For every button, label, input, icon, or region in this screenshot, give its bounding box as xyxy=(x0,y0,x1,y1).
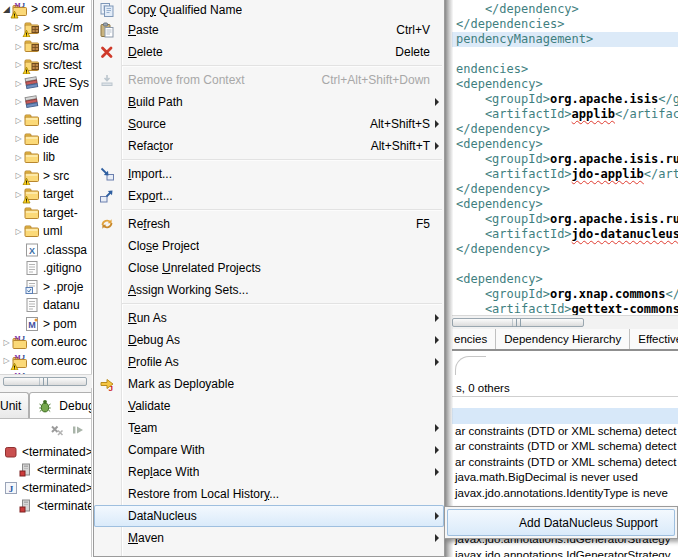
tree-item[interactable]: ▷Maven xyxy=(0,93,91,112)
editor-line: <dependency> xyxy=(452,272,678,287)
maven-project-icon: MJ xyxy=(12,334,28,350)
library-icon xyxy=(24,94,40,110)
expand-arrow-icon[interactable]: ▷ xyxy=(13,79,24,88)
submenu-arrow-icon xyxy=(435,98,439,106)
scrollbar-thumb[interactable] xyxy=(452,318,584,327)
menu-item-mark-as-deployable[interactable]: JMark as Deployable xyxy=(94,373,444,395)
problem-row[interactable]: java.math.BigDecimal is never used xyxy=(452,470,678,486)
tree-item[interactable]: X.classpa xyxy=(0,241,91,260)
debug-tree-item[interactable]: J<terminated> xyxy=(0,479,91,497)
tree-item[interactable]: datanu xyxy=(0,296,91,315)
menu-item-debug-as[interactable]: Debug As xyxy=(94,329,444,351)
menu-item-remove-from-context[interactable]: Remove from ContextCtrl+Alt+Shift+Down xyxy=(94,69,444,91)
menu-item-build-path[interactable]: Build Path xyxy=(94,91,444,113)
tree-item[interactable]: ▷src/ma xyxy=(0,37,91,56)
menu-item-label: Replace With xyxy=(128,465,199,479)
submenu-arrow-icon xyxy=(435,314,439,322)
tree-item[interactable]: M> pom xyxy=(0,315,91,334)
debug-launch-tree[interactable]: <terminated><terminateJ<terminated><term… xyxy=(0,443,91,515)
expand-arrow-icon[interactable]: ▷ xyxy=(13,227,24,236)
pom-editor-tab[interactable]: encies xyxy=(452,329,496,349)
view-tab-unit[interactable]: Unit xyxy=(0,392,29,418)
tree-item[interactable]: ▷.setting xyxy=(0,111,91,130)
problem-row[interactable]: javax.jdo.annotations.IdGeneratorStrateg… xyxy=(452,548,678,557)
problem-row[interactable]: ar constraints (DTD or XML schema) detec… xyxy=(452,424,678,440)
menu-item-datanucleus[interactable]: DataNucleus xyxy=(94,505,444,527)
menu-item-close-unrelated-projects[interactable]: Close Unrelated Projects xyxy=(94,257,444,279)
tree-item[interactable]: ▷uml xyxy=(0,222,91,241)
menu-item-import[interactable]: Import... xyxy=(94,163,444,185)
debug-tree-item[interactable]: <terminated> xyxy=(0,443,91,461)
tree-item[interactable]: ▷MJcom.euroc xyxy=(0,352,91,371)
folder-icon xyxy=(24,223,40,239)
source-folder-icon xyxy=(24,20,40,36)
tree-item[interactable]: target- xyxy=(0,204,91,223)
editor-hscrollbar[interactable] xyxy=(452,315,678,329)
menu-item-refactor[interactable]: RefactorAlt+Shift+T xyxy=(94,135,444,157)
debug-tree-item[interactable]: <terminate xyxy=(0,461,91,479)
menu-item-restore-from-local-history[interactable]: Restore from Local History... xyxy=(94,483,444,505)
menu-item-label: Refactor xyxy=(128,139,173,153)
menu-item-maven[interactable]: Maven xyxy=(94,527,444,549)
menu-item-compare-with[interactable]: Compare With xyxy=(94,439,444,461)
editor-line: </dependency> xyxy=(452,122,678,137)
remove-terminated-icon[interactable] xyxy=(49,422,65,438)
menu-item-label: Maven xyxy=(128,531,164,545)
menu-item-run-as[interactable]: Run As xyxy=(94,307,444,329)
debug-view: UnitDebug <terminated><terminateJ<termin… xyxy=(0,388,92,557)
tree-item[interactable]: ▷target xyxy=(0,185,91,204)
editor-line: <dependency> xyxy=(452,77,678,92)
tree-item[interactable]: ▷MJcom.euroc xyxy=(0,333,91,352)
resume-icon[interactable] xyxy=(70,422,86,438)
java-vm-icon: J xyxy=(3,480,19,496)
menu-item-copy-qualified-name[interactable]: Copy Qualified Name xyxy=(94,0,444,19)
menu-item-paste[interactable]: PasteCtrl+V xyxy=(94,19,444,41)
xml-tag-text: <dependency> xyxy=(456,272,543,286)
menu-item-profile-as[interactable]: Profile As xyxy=(94,351,444,373)
menu-item-delete[interactable]: DeleteDelete xyxy=(94,41,444,63)
problem-row[interactable]: ar constraints (DTD or XML schema) detec… xyxy=(452,455,678,471)
expand-arrow-icon[interactable]: ▷ xyxy=(13,116,24,125)
tree-item[interactable]: ▷> src/m xyxy=(0,19,91,38)
expand-arrow-icon[interactable]: ▷ xyxy=(13,134,24,143)
problem-row[interactable]: ar constraints (DTD or XML schema) detec… xyxy=(452,439,678,455)
tree-item[interactable]: ◢MJ> com.eur xyxy=(0,0,91,19)
expand-arrow-icon[interactable]: ▷ xyxy=(1,338,12,347)
menu-item-team[interactable]: Team xyxy=(94,417,444,439)
tree-item[interactable]: ▷JRE Sys xyxy=(0,74,91,93)
tree-item-label: uml xyxy=(43,224,62,238)
expand-arrow-icon[interactable]: ▷ xyxy=(13,153,24,162)
menu-item-replace-with[interactable]: Replace With xyxy=(94,461,444,483)
pom-editor-tab[interactable]: Dependency Hierarchy xyxy=(496,329,630,349)
menu-item-close-project[interactable]: Close Project xyxy=(94,235,444,257)
editor-line: <groupId>org.apache.isis.run xyxy=(452,212,678,227)
tree-item[interactable]: ▷ide xyxy=(0,130,91,149)
menu-item-shortcut: Delete xyxy=(395,45,430,59)
problem-row-selected[interactable] xyxy=(452,408,678,424)
xml-editor[interactable]: </dependency></dependencies>pendencyMana… xyxy=(452,0,678,315)
expand-arrow-icon[interactable]: ▷ xyxy=(13,42,24,51)
view-tab-debug[interactable]: Debug xyxy=(29,392,92,418)
menu-item-validate[interactable]: Validate xyxy=(94,395,444,417)
package-explorer-hscrollbar[interactable] xyxy=(0,374,92,388)
editor-line: <groupId>org.xnap.commons</g xyxy=(452,287,678,302)
debug-tree-item[interactable]: <terminate xyxy=(0,497,91,515)
tree-item[interactable]: ▷> src xyxy=(0,167,91,186)
submenu-arrow-icon xyxy=(435,358,439,366)
tree-item[interactable]: .gitigno xyxy=(0,259,91,278)
tree-item-label: lib xyxy=(43,150,55,164)
menu-item-export[interactable]: Export... xyxy=(94,185,444,207)
tree-item[interactable]: ▷lib xyxy=(0,148,91,167)
editor-line: <artifactId>gettext-commons< xyxy=(452,302,678,315)
menu-item-assign-working-sets[interactable]: Assign Working Sets... xyxy=(94,279,444,301)
menu-item-refresh[interactable]: RefreshF5 xyxy=(94,213,444,235)
pom-editor-tab[interactable]: Effective P xyxy=(630,329,678,349)
expand-arrow-icon[interactable]: ▷ xyxy=(13,97,24,106)
package-explorer-tree[interactable]: ◢MJ> com.eur▷> src/m▷src/ma▷src/test▷JRE… xyxy=(0,0,92,374)
problem-row[interactable]: javax.jdo.annotations.IdentityType is ne… xyxy=(452,486,678,502)
scrollbar-thumb[interactable] xyxy=(3,377,87,386)
submenu-item-add-datanucleus-support[interactable]: Add DataNucleus Support xyxy=(447,509,675,536)
menu-item-source[interactable]: SourceAlt+Shift+S xyxy=(94,113,444,135)
tree-item[interactable]: ▷src/test xyxy=(0,56,91,75)
tree-item[interactable]: > .proje xyxy=(0,278,91,297)
